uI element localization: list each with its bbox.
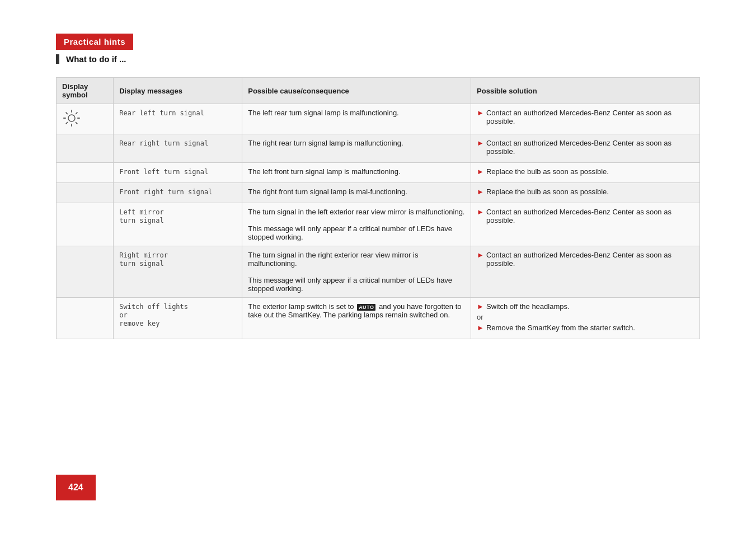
col-header-symbol: Display symbol	[57, 78, 114, 104]
practical-hints-title: Practical hints	[64, 37, 125, 46]
solution-cell: ► Contact an authorized Mercedes-Benz Ce…	[471, 104, 700, 134]
svg-point-16	[66, 123, 67, 124]
message-cell: Switch off lightsorremove key	[114, 298, 242, 339]
arrow-icon: ►	[477, 139, 484, 147]
page-footer: 424	[56, 475, 96, 500]
arrow-icon: ►	[477, 251, 484, 259]
col-header-cause: Possible cause/consequence	[242, 78, 471, 104]
message-cell: Right mirrorturn signal	[114, 246, 242, 298]
arrow-icon: ►	[477, 208, 484, 216]
symbol-cell	[57, 298, 114, 339]
solution-item: ► Replace the bulb as soon as possible.	[477, 188, 694, 196]
cause-cell: The right rear turn signal lamp is malfu…	[242, 134, 471, 163]
solution-item: ► Replace the bulb as soon as possible.	[477, 167, 694, 176]
symbol-cell	[57, 246, 114, 298]
table-row: Switch off lightsorremove key The exteri…	[57, 298, 700, 339]
solution-cell: ► Contact an authorized Mercedes-Benz Ce…	[471, 246, 700, 298]
table-row: Right mirrorturn signal The turn signal …	[57, 246, 700, 298]
svg-point-15	[76, 113, 77, 114]
arrow-icon: ►	[477, 302, 484, 311]
solution-item: ► Contact an authorized Mercedes-Benz Ce…	[477, 208, 694, 224]
symbol-cell	[57, 104, 114, 134]
practical-hints-bar: Practical hints	[56, 34, 133, 50]
table-row: Front left turn signal The left front tu…	[57, 163, 700, 183]
svg-point-9	[71, 111, 72, 112]
cause-cell: The left rear turn signal lamp is malfun…	[242, 104, 471, 134]
solution-cell: ► Contact an authorized Mercedes-Benz Ce…	[471, 134, 700, 163]
message-cell: Left mirrorturn signal	[114, 203, 242, 246]
cause-cell: The turn signal in the right exterior re…	[242, 246, 471, 298]
solution-item: ► Contact an authorized Mercedes-Benz Ce…	[477, 139, 694, 156]
auto-badge: AUTO	[357, 304, 375, 311]
solution-cell: ► Switch off the headlamps. or ► Remove …	[471, 298, 700, 339]
solution-item-1: ► Switch off the headlamps.	[477, 302, 694, 311]
svg-point-10	[71, 125, 72, 126]
symbol-cell	[57, 203, 114, 246]
what-to-do-heading: What to do if ...	[56, 54, 700, 64]
col-header-solution: Possible solution	[471, 78, 700, 104]
symbol-cell	[57, 134, 114, 163]
symbol-cell	[57, 163, 114, 183]
cause-cell: The turn signal in the left exterior rea…	[242, 203, 471, 246]
page-number: 424	[56, 475, 96, 500]
table-row: Front right turn signal The right front …	[57, 183, 700, 203]
svg-point-14	[76, 123, 77, 124]
table-row: Rear right turn signal The right rear tu…	[57, 134, 700, 163]
solution-item: ► Contact an authorized Mercedes-Benz Ce…	[477, 251, 694, 268]
header-section: Practical hints What to do if ...	[56, 34, 700, 64]
table-row: Left mirrorturn signal The turn signal i…	[57, 203, 700, 246]
svg-point-0	[68, 115, 75, 121]
svg-point-13	[66, 113, 67, 114]
table-row: Rear left turn signal The left rear turn…	[57, 104, 700, 134]
turn-signal-icon	[62, 109, 81, 128]
symbol-cell	[57, 183, 114, 203]
solution-item-2: ► Remove the SmartKey from the starter s…	[477, 324, 694, 332]
arrow-icon: ►	[477, 109, 484, 117]
message-cell: Rear left turn signal	[114, 104, 242, 134]
arrow-icon: ►	[477, 167, 484, 176]
cause-cell: The left front turn signal lamp is malfu…	[242, 163, 471, 183]
message-cell: Front left turn signal	[114, 163, 242, 183]
solution-cell: ► Contact an authorized Mercedes-Benz Ce…	[471, 203, 700, 246]
col-header-messages: Display messages	[114, 78, 242, 104]
cause-cell: The right front turn signal lamp is mal-…	[242, 183, 471, 203]
cause-cell: The exterior lamp switch is set to AUTO …	[242, 298, 471, 339]
main-table: Display symbol Display messages Possible…	[56, 77, 700, 339]
solution-cell: ► Replace the bulb as soon as possible.	[471, 183, 700, 203]
svg-point-11	[64, 118, 65, 119]
page-container: Practical hints What to do if ... Displa…	[0, 0, 756, 373]
message-cell: Rear right turn signal	[114, 134, 242, 163]
solution-cell: ► Replace the bulb as soon as possible.	[471, 163, 700, 183]
arrow-icon: ►	[477, 188, 484, 196]
arrow-icon: ►	[477, 324, 484, 332]
message-cell: Front right turn signal	[114, 183, 242, 203]
solution-item: ► Contact an authorized Mercedes-Benz Ce…	[477, 109, 694, 125]
svg-point-12	[78, 118, 79, 119]
or-text: or	[477, 313, 694, 321]
